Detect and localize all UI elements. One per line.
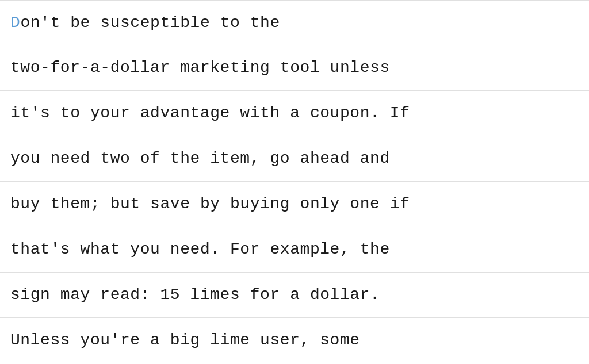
line-text-8: Unless you're a big lime user, some <box>10 332 360 348</box>
text-line-2: two-for-a-dollar marketing tool unless <box>0 45 589 91</box>
line-text-1-rest: on't be susceptible to the <box>20 14 280 32</box>
line-text-3: it's to your advantage with a coupon. If <box>10 105 410 121</box>
line-text-2: two-for-a-dollar marketing tool unless <box>10 60 390 76</box>
line-text-1: Don't be susceptible to the <box>10 15 280 31</box>
text-container: Don't be susceptible to the two-for-a-do… <box>0 0 589 364</box>
text-line-6: that's what you need. For example, the <box>0 227 589 273</box>
first-letter-D: D <box>10 14 20 32</box>
line-text-6: that's what you need. For example, the <box>10 242 390 258</box>
text-line-3: it's to your advantage with a coupon. If <box>0 91 589 136</box>
line-text-4: you need two of the item, go ahead and <box>10 151 390 167</box>
text-line-8: Unless you're a big lime user, some <box>0 318 589 363</box>
text-line-7: sign may read: 15 limes for a dollar. <box>0 273 589 318</box>
line-text-5: buy them; but save by buying only one if <box>10 196 410 212</box>
line-text-7: sign may read: 15 limes for a dollar. <box>10 287 380 303</box>
text-line-5: buy them; but save by buying only one if <box>0 182 589 227</box>
text-line-1: Don't be susceptible to the <box>0 0 589 45</box>
text-line-4: you need two of the item, go ahead and <box>0 136 589 182</box>
